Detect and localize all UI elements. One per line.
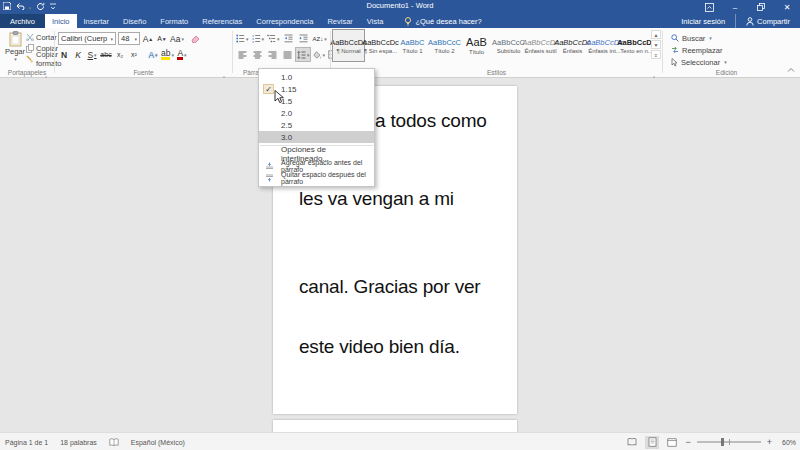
shading-button[interactable] <box>313 48 326 61</box>
print-layout-icon[interactable] <box>645 436 659 449</box>
minimize-button[interactable]: – <box>722 0 748 14</box>
group-estilos: AaBbCcDc ¶ Normal AaBbCcDc ¶ Sin espa...… <box>331 28 662 77</box>
read-mode-icon[interactable] <box>625 436 639 449</box>
gallery-more-icon[interactable]: ≡ <box>651 50 661 59</box>
select-label: Seleccionar <box>681 58 720 67</box>
group-label-edicion: Edición <box>663 69 790 76</box>
subscript-button[interactable]: x₂ <box>114 48 126 61</box>
style-sin-espaciado[interactable]: AaBbCcDc ¶ Sin espa... <box>365 30 396 61</box>
style-name: Texto en n... <box>620 48 653 54</box>
font-dialog-launcher[interactable] <box>223 68 230 75</box>
highlight-button[interactable]: ab <box>161 48 174 61</box>
sign-in-link[interactable]: Iniciar sesión <box>681 17 725 26</box>
gallery-up-icon[interactable]: ▲ <box>651 30 661 39</box>
numbering-button[interactable] <box>252 32 265 45</box>
style-normal[interactable]: AaBbCcDc ¶ Normal <box>333 30 364 61</box>
underline-button[interactable]: S <box>86 48 98 61</box>
add-space-icon <box>263 162 275 171</box>
tab-archivo[interactable]: Archivo <box>0 14 45 28</box>
select-button[interactable]: Seleccionar <box>671 57 727 67</box>
page-indicator[interactable]: Página 1 de 1 <box>5 439 48 446</box>
spacing-option-label: 2.0 <box>281 109 292 118</box>
tab-revisar[interactable]: Revisar <box>320 14 359 28</box>
remove-space-after-item[interactable]: Quitar espacio después del párrafo <box>259 172 374 184</box>
style-preview: AaB <box>466 36 487 48</box>
strikethrough-button[interactable]: abc <box>100 48 112 61</box>
font-color-button[interactable]: A <box>176 48 188 61</box>
tab-referencias[interactable]: Referencias <box>195 14 249 28</box>
style-enfasis-intenso[interactable]: AaBbCcDc Énfasis int... <box>589 30 620 61</box>
superscript-button[interactable]: x² <box>128 48 140 61</box>
share-button[interactable]: Compartir <box>735 14 800 28</box>
decrease-indent-button[interactable] <box>283 32 295 45</box>
style-name: Énfasis <box>563 48 583 54</box>
tell-me-box[interactable]: ¿Qué desea hacer? <box>396 14 489 28</box>
style-enfasis-sutil[interactable]: AaBbCcDc Énfasis sutil <box>525 30 556 61</box>
outdent-icon <box>284 34 293 43</box>
spacing-option-1-0[interactable]: 1.0 <box>259 71 374 83</box>
spacing-option-2-5[interactable]: 2.5 <box>259 119 374 131</box>
align-left-button[interactable] <box>236 48 248 61</box>
document-text-line: este video bien día. <box>299 336 460 358</box>
language-indicator[interactable]: Español (México) <box>131 439 185 446</box>
style-titulo2[interactable]: AaBbCcC Título 2 <box>429 30 460 61</box>
zoom-in-button[interactable]: + <box>767 437 772 447</box>
styles-dialog-launcher[interactable] <box>653 68 660 75</box>
proofing-icon[interactable] <box>109 438 119 447</box>
justify-icon <box>283 51 292 59</box>
sort-label: AZ <box>313 36 321 42</box>
style-titulo[interactable]: AaB Título <box>461 30 492 61</box>
zoom-slider[interactable] <box>697 441 761 443</box>
web-layout-icon[interactable] <box>665 436 679 449</box>
close-button[interactable]: ✕ <box>774 0 800 14</box>
zoom-slider-thumb[interactable] <box>721 438 724 446</box>
clear-formatting-button[interactable] <box>190 32 202 45</box>
paste-button[interactable]: Pegar <box>4 31 26 62</box>
line-spacing-button[interactable] <box>296 48 310 61</box>
align-center-button[interactable] <box>251 48 263 61</box>
grow-font-button[interactable]: A▲ <box>142 32 154 45</box>
bold-button[interactable]: N <box>58 48 70 61</box>
style-titulo1[interactable]: AaBbC Título 1 <box>397 30 428 61</box>
word-count[interactable]: 18 palabras <box>60 439 97 446</box>
increase-indent-button[interactable] <box>298 32 310 45</box>
document-area[interactable]: a todos como les va vengan a mi canal. G… <box>0 78 800 432</box>
shrink-font-button[interactable]: A▼ <box>156 32 168 45</box>
tab-insertar[interactable]: Insertar <box>77 14 116 28</box>
font-size-value: 48 <box>121 34 132 43</box>
tab-correspondencia[interactable]: Correspondencia <box>249 14 320 28</box>
spacing-option-2-0[interactable]: 2.0 <box>259 107 374 119</box>
text-effects-button[interactable]: A <box>147 48 159 61</box>
style-texto-en-negrita[interactable]: AaBbCcDc Texto en n... <box>621 30 652 61</box>
multilevel-list-icon <box>267 34 276 43</box>
align-right-button[interactable] <box>266 48 278 61</box>
zoom-level[interactable]: 60% <box>782 439 796 446</box>
multilevel-list-button[interactable] <box>267 32 280 45</box>
justify-button[interactable] <box>281 48 293 61</box>
find-button[interactable]: Buscar <box>671 33 727 43</box>
tab-formato[interactable]: Formato <box>153 14 195 28</box>
bullets-button[interactable] <box>236 32 249 45</box>
style-enfasis[interactable]: AaBbCcDc Énfasis <box>557 30 588 61</box>
tab-inicio[interactable]: Inicio <box>45 14 77 28</box>
document-page-2[interactable] <box>273 420 517 432</box>
zoom-out-button[interactable]: − <box>685 437 690 447</box>
change-case-button[interactable]: Aa <box>170 32 184 45</box>
indent-icon <box>299 34 308 43</box>
collapse-ribbon-icon[interactable] <box>787 67 795 74</box>
account-area: Iniciar sesión Compartir <box>681 14 800 28</box>
style-subtitulo[interactable]: AaBbCcC Subtítulo <box>493 30 524 61</box>
gallery-down-icon[interactable]: ▼ <box>651 40 661 49</box>
tab-vista[interactable]: Vista <box>360 14 391 28</box>
ribbon-display-options-icon[interactable] <box>696 0 722 14</box>
tab-diseno[interactable]: Diseño <box>116 14 153 28</box>
font-family-combo[interactable]: Calibri (Cuerp <box>58 32 116 45</box>
italic-button[interactable]: K <box>72 48 84 61</box>
clipboard-dialog-launcher[interactable] <box>45 68 52 75</box>
style-preview: AaBbCcC <box>492 38 525 47</box>
sort-button[interactable]: AZ↓ <box>313 32 327 45</box>
restore-button[interactable] <box>748 0 774 14</box>
spacing-option-3-0[interactable]: 3.0 <box>259 131 374 143</box>
replace-button[interactable]: Reemplazar <box>671 45 727 55</box>
font-size-combo[interactable]: 48 <box>118 32 140 45</box>
